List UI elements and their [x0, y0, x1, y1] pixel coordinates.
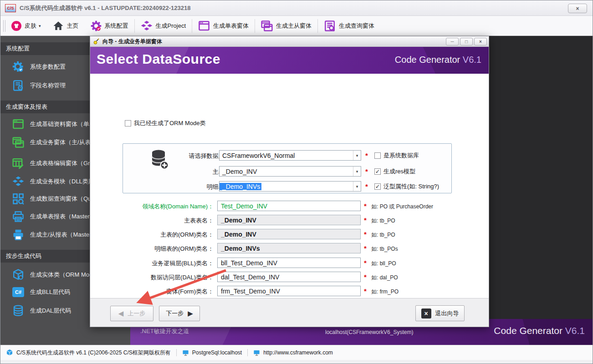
- previous-step-button[interactable]: ◀ 上一步: [110, 306, 153, 321]
- generate-query-form-button[interactable]: 生成查询窗体: [318, 18, 380, 34]
- minimize-icon[interactable]: ─: [446, 38, 459, 46]
- generic-property-checkbox[interactable]: ✓ 泛型属性(如: String?): [374, 182, 439, 191]
- system-config-button[interactable]: 系统配置: [85, 18, 134, 34]
- exit-wizard-button[interactable]: × 退出向导: [415, 305, 465, 321]
- squares-search-icon: [12, 193, 24, 205]
- form-class-input[interactable]: frm_Test_Demo_INV: [217, 286, 361, 296]
- wand-icon: [92, 38, 100, 45]
- bll-class-hint: 如: bll_PO: [371, 260, 396, 268]
- database-combobox[interactable]: CSFrameworkV6_Normal ▾: [219, 150, 361, 161]
- master-table-combobox-value: _Demo_INV: [220, 168, 257, 175]
- required-asterisk: *: [364, 202, 367, 210]
- system-database-checkbox[interactable]: 是系统数据库: [374, 152, 419, 160]
- windows-double-icon: [12, 136, 24, 148]
- dal-class-label: 数据访问层(DAL)类名：: [108, 273, 214, 282]
- table-pencil-icon: [12, 157, 24, 169]
- status-website-text: http://www.csframework.com: [263, 349, 333, 356]
- dialog-body: 我已经生成了ORM Mode类 请选择数据库: CSFrameworkV6_No…: [90, 74, 489, 298]
- banner-title: Select DataSource: [97, 51, 220, 67]
- app-logo-text: C/S: [7, 6, 14, 10]
- sidebar-item-label: 生成业务窗体（主/从表）: [30, 138, 97, 147]
- required-asterisk: *: [364, 244, 367, 252]
- close-icon[interactable]: ×: [474, 38, 487, 46]
- dal-class-hint: 如: dal_PO: [371, 274, 398, 282]
- close-icon: ×: [421, 308, 431, 318]
- status-bar: C/S系统代码生成器软件 v6.1 (C)2006-2025 C/S框架网版权所…: [0, 345, 593, 360]
- next-step-label: 下一步: [166, 309, 184, 318]
- slogan-text: .NET敏捷开发之道: [140, 327, 189, 335]
- required-asterisk: *: [365, 167, 368, 175]
- master-orm-class-label: 主表的(ORM)类名：: [108, 231, 214, 239]
- checkbox-unchecked-icon[interactable]: [374, 152, 381, 159]
- maximize-icon[interactable]: □: [460, 38, 473, 46]
- detail-orm-class-hint: 如: tb_POs: [371, 245, 398, 253]
- dialog-window-buttons: ─ □ ×: [446, 38, 487, 46]
- generate-res-model-checkbox[interactable]: ✓ 生成res模型: [374, 167, 415, 176]
- checkbox-checked-icon[interactable]: ✓: [374, 183, 381, 190]
- document-gear-icon: [12, 80, 24, 91]
- detail-table-combobox[interactable]: _Demo_INVs ▾: [219, 181, 361, 192]
- required-asterisk: *: [364, 259, 367, 267]
- chevron-down-icon[interactable]: ▾: [353, 151, 361, 160]
- close-icon[interactable]: ×: [568, 4, 587, 13]
- cubes-icon: [12, 176, 24, 187]
- detail-orm-class-label: 明细表的(ORM)类名：: [108, 245, 214, 253]
- cube-3d-icon: [6, 349, 13, 356]
- database-combobox-value: CSFrameworkV6_Normal: [220, 152, 295, 159]
- next-step-button[interactable]: 下一步 ▶: [159, 306, 200, 321]
- gear-icon: [91, 20, 102, 31]
- database-add-icon: [150, 149, 169, 170]
- windows-double-icon: [261, 20, 273, 32]
- master-table-label: 主表:: [171, 168, 226, 176]
- detail-table-label: 明细表:: [171, 183, 226, 191]
- system-config-label: 系统配置: [105, 22, 128, 30]
- previous-step-label: 上一步: [128, 309, 145, 318]
- skin-button[interactable]: 皮肤 ▾: [5, 18, 47, 34]
- monitor-icon: [253, 349, 260, 356]
- bll-class-label: 业务逻辑层(BLL)类名：: [108, 259, 214, 268]
- master-table-name-input: _Demo_INV: [217, 215, 361, 225]
- master-orm-class-input: _Demo_INV: [217, 229, 361, 239]
- generate-project-button[interactable]: 生成Project: [135, 18, 192, 34]
- shirt-icon: [11, 21, 21, 31]
- checkbox-checked-icon[interactable]: ✓: [374, 168, 381, 175]
- orm-model-checkbox[interactable]: 我已经生成了ORM Mode类: [125, 119, 205, 127]
- master-orm-class-hint: 如: tb_PO: [371, 231, 395, 239]
- status-copyright: C/S系统代码生成器软件 v6.1 (C)2006-2025 C/S框架网版权所…: [0, 349, 176, 357]
- generate-single-form-button[interactable]: 生成单表窗体: [192, 18, 255, 34]
- monitor-icon: [182, 349, 189, 356]
- chevron-down-icon[interactable]: ▾: [353, 182, 361, 191]
- status-database[interactable]: PostgreSql:localhost: [177, 349, 247, 356]
- dialog-title: 向导 - 生成业务单据窗体: [102, 38, 162, 46]
- window-title: C/S系统代码生成器软件 v6.1 - LASTUPDATE:20240922-…: [20, 4, 190, 12]
- required-asterisk: *: [364, 216, 367, 224]
- database-select-label: 请选择数据库:: [171, 152, 226, 160]
- domain-name-label: 领域名称(Domain Name)：: [108, 202, 214, 211]
- chevron-down-icon[interactable]: ▾: [353, 167, 361, 176]
- master-table-combobox[interactable]: _Demo_INV ▾: [219, 166, 361, 177]
- form-class-hint: 如: frm_PO: [371, 288, 399, 296]
- window-icon: [198, 20, 210, 32]
- generate-query-form-label: 生成查询窗体: [339, 22, 374, 30]
- required-asterisk: *: [364, 273, 367, 281]
- datasource-groupbox: 请选择数据库: CSFrameworkV6_Normal ▾ * 是系统数据库 …: [123, 143, 452, 193]
- banner-brand: Code Generator V6.1: [395, 55, 481, 65]
- required-asterisk: *: [365, 152, 368, 159]
- generate-master-detail-form-button[interactable]: 生成主从窗体: [255, 18, 317, 34]
- home-button[interactable]: 主页: [47, 18, 85, 34]
- required-asterisk: *: [365, 182, 368, 190]
- orm-model-checkbox-label: 我已经生成了ORM Mode类: [134, 119, 205, 127]
- csharp-icon: C#: [12, 287, 24, 297]
- bll-class-input[interactable]: bll_Test_Demo_INV: [217, 258, 361, 268]
- dialog-titlebar[interactable]: 向导 - 生成业务单据窗体 ─ □ ×: [90, 36, 489, 47]
- domain-name-input[interactable]: Test_Demo_INV: [217, 201, 361, 211]
- dal-class-input[interactable]: dal_Test_Demo_INV: [217, 272, 361, 282]
- generate-project-label: 生成Project: [156, 22, 186, 30]
- checkbox-unchecked-icon[interactable]: [125, 120, 131, 126]
- generic-property-checkbox-label: 泛型属性(如: String?): [383, 182, 439, 191]
- sidebar-item-label: 系统参数配置: [30, 63, 66, 71]
- status-website[interactable]: http://www.csframework.com: [248, 349, 338, 356]
- dialog-banner: Select DataSource Code Generator V6.1: [90, 47, 489, 74]
- detail-table-combobox-value: _Demo_INVs: [220, 183, 261, 190]
- generate-res-model-checkbox-label: 生成res模型: [383, 167, 415, 176]
